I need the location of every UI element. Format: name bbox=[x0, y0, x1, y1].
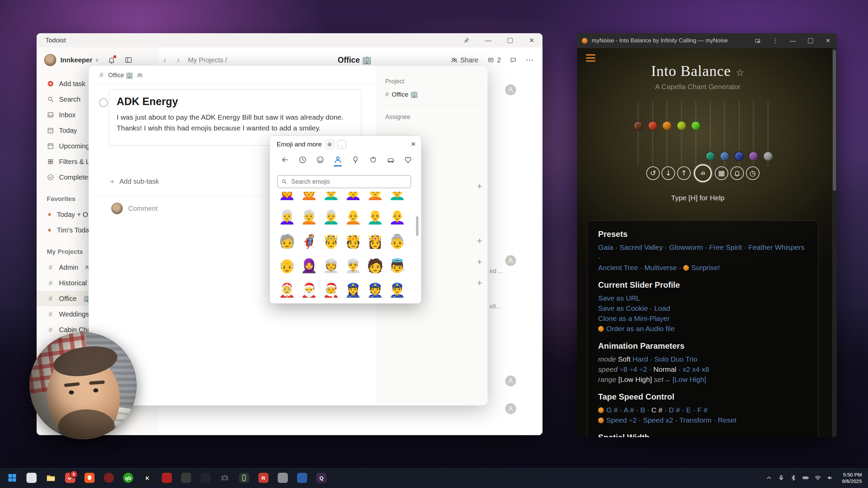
taskbar-icon-brave[interactable] bbox=[82, 470, 97, 485]
mynoise-link[interactable]: x8 bbox=[702, 365, 709, 373]
slider-knob[interactable] bbox=[648, 121, 657, 130]
emoji-tab-back[interactable] bbox=[276, 153, 294, 166]
minimize-button[interactable]: — bbox=[784, 33, 802, 48]
emoji-tab-food[interactable] bbox=[364, 153, 382, 166]
mynoise-link[interactable]: Glowworm bbox=[669, 243, 703, 251]
picture-in-picture-button[interactable] bbox=[749, 33, 766, 48]
emoji-tab-celebrations[interactable] bbox=[347, 153, 364, 166]
mynoise-link[interactable]: Multiverse bbox=[645, 264, 677, 271]
slider-knob[interactable] bbox=[677, 121, 686, 130]
mynoise-link[interactable]: Load bbox=[654, 304, 670, 312]
webcam-overlay[interactable] bbox=[29, 332, 137, 439]
scrollbar[interactable] bbox=[832, 48, 837, 437]
mynoise-titlebar[interactable]: myNoise - Into Balance by Infinity Calli… bbox=[577, 33, 837, 48]
slider-knob[interactable] bbox=[720, 151, 729, 161]
taskbar-icon-camera[interactable] bbox=[217, 470, 232, 485]
add-field-button[interactable]: + bbox=[477, 236, 482, 246]
mynoise-link[interactable]: G # bbox=[606, 406, 618, 414]
add-subtask-button[interactable]: Add sub-task bbox=[109, 178, 159, 185]
taskbar-icon-quickbooks[interactable]: qb bbox=[121, 470, 136, 485]
mynoise-link[interactable]: ÷2 bbox=[639, 365, 647, 373]
mynoise-link[interactable]: ÷8 bbox=[619, 365, 627, 373]
menu-kebab-button[interactable]: ⋮ bbox=[766, 33, 784, 48]
mynoise-upload-button[interactable]: ↑ bbox=[677, 166, 691, 180]
emoji-picker-close-button[interactable]: × bbox=[411, 139, 416, 149]
tray-battery-icon[interactable] bbox=[802, 474, 809, 481]
taskbar-icon-app-gray[interactable] bbox=[275, 470, 290, 485]
pin-icon[interactable] bbox=[456, 33, 477, 47]
taskbar-icon-rev[interactable]: R bbox=[256, 470, 271, 485]
assignee-avatar[interactable] bbox=[505, 255, 516, 266]
mynoise-link[interactable]: A # bbox=[624, 406, 634, 414]
mynoise-link[interactable]: Speed x2 bbox=[643, 416, 673, 424]
mynoise-link[interactable]: Reset bbox=[718, 416, 736, 424]
taskbar-icon-app-dark-2[interactable] bbox=[198, 470, 213, 485]
mynoise-undo-button[interactable]: ↺ bbox=[646, 166, 660, 180]
emoji-cell[interactable]: 👼 bbox=[386, 253, 408, 278]
task-description-input[interactable]: I was just about to pay the ADK Energy B… bbox=[117, 112, 354, 134]
emoji-cell[interactable]: 👨‍🦰 bbox=[320, 192, 342, 205]
slider-knob[interactable] bbox=[691, 121, 701, 130]
emoji-cell[interactable]: 👱‍♂️ bbox=[386, 192, 408, 205]
todoist-titlebar[interactable]: Todoist — × bbox=[37, 33, 542, 47]
maximize-button[interactable] bbox=[499, 33, 521, 47]
sidebar-toggle-button[interactable] bbox=[124, 56, 133, 64]
slider-knob[interactable] bbox=[763, 151, 773, 161]
taskbar-icon-app-purple[interactable]: Q bbox=[314, 470, 329, 485]
slider-knob[interactable] bbox=[662, 121, 672, 130]
minimize-button[interactable]: — bbox=[477, 33, 499, 47]
add-field-button[interactable]: + bbox=[477, 181, 482, 191]
project-value[interactable]: # Office 🏢 bbox=[385, 90, 479, 98]
mynoise-link[interactable]: Order as an Audio file bbox=[606, 325, 675, 332]
tray-mic-icon[interactable] bbox=[778, 474, 785, 481]
mynoise-link[interactable]: Gaia bbox=[598, 243, 613, 251]
emoji-tab-people[interactable] bbox=[329, 153, 347, 166]
taskbar-icon-todoist[interactable]: 9 bbox=[63, 470, 78, 485]
mynoise-link[interactable]: Hard bbox=[633, 355, 648, 363]
tray-wifi-icon[interactable] bbox=[814, 474, 821, 481]
mynoise-link[interactable]: Speed ÷2 bbox=[606, 416, 637, 424]
taskbar-icon-app-dark-1[interactable] bbox=[179, 470, 194, 485]
emoji-cell[interactable]: 🎅 bbox=[298, 278, 320, 301]
emoji-cell[interactable]: 👱 bbox=[364, 192, 386, 205]
emoji-cell[interactable]: 👵 bbox=[386, 229, 408, 253]
emoji-cell[interactable]: 🤴 bbox=[320, 229, 342, 253]
emoji-cell[interactable]: 🦸 bbox=[298, 229, 320, 253]
assignee-avatar[interactable] bbox=[505, 403, 516, 414]
mynoise-link[interactable]: Surprise! bbox=[691, 264, 720, 271]
emoji-cell[interactable]: 👨‍🦲 bbox=[364, 205, 386, 229]
emoji-scrollbar[interactable] bbox=[416, 216, 418, 236]
taskbar-icon-file-explorer[interactable] bbox=[43, 470, 58, 485]
hamburger-menu-button[interactable] bbox=[586, 54, 595, 63]
mynoise-link[interactable]: x2 bbox=[683, 365, 690, 373]
view-chat-button[interactable] bbox=[510, 57, 517, 64]
mynoise-link[interactable]: D # bbox=[669, 406, 680, 414]
emoji-cell[interactable]: 👸 bbox=[364, 229, 386, 253]
mynoise-link[interactable]: Sacred Valley bbox=[619, 243, 663, 251]
emoji-cell[interactable]: 🧕 bbox=[298, 253, 320, 278]
slider-knob[interactable] bbox=[706, 151, 715, 161]
emoji-cell[interactable]: 🧓 bbox=[276, 229, 298, 253]
mynoise-meter-button[interactable]: ▦ bbox=[715, 166, 728, 180]
emoji-cell[interactable]: 👮‍♀️ bbox=[342, 278, 364, 301]
emoji-cell[interactable]: 🧑 bbox=[364, 253, 386, 278]
taskbar-icon-kagi[interactable]: K bbox=[140, 470, 155, 485]
emoji-cell[interactable]: 👳 bbox=[320, 253, 342, 278]
mynoise-link[interactable]: [Low High] bbox=[672, 375, 706, 383]
tray-chevron-up-icon[interactable] bbox=[766, 474, 772, 481]
mynoise-link[interactable]: Clone as a Mini-Player bbox=[598, 314, 670, 322]
modal-breadcrumb[interactable]: # Office 🏢 bbox=[98, 71, 143, 79]
tray-volume-icon[interactable] bbox=[827, 474, 833, 481]
assignee-avatar[interactable] bbox=[505, 84, 516, 95]
taskbar-icon-app-red[interactable] bbox=[159, 470, 174, 485]
forward-button[interactable]: › bbox=[172, 55, 185, 65]
emoji-cell[interactable]: 🧑‍🦰 bbox=[298, 192, 320, 205]
task-title-input[interactable]: ADK Energy bbox=[117, 96, 354, 108]
notifications-button[interactable] bbox=[107, 56, 116, 64]
emoji-cell[interactable]: 👱‍♀️ bbox=[342, 192, 364, 205]
mynoise-alarm-button[interactable] bbox=[730, 166, 744, 180]
mynoise-link[interactable]: x4 bbox=[692, 365, 699, 373]
mynoise-link[interactable]: Save as Cookie bbox=[598, 304, 648, 312]
emoji-cell[interactable]: 👩‍🦰 bbox=[276, 192, 298, 205]
mynoise-animate-button[interactable] bbox=[694, 164, 712, 182]
